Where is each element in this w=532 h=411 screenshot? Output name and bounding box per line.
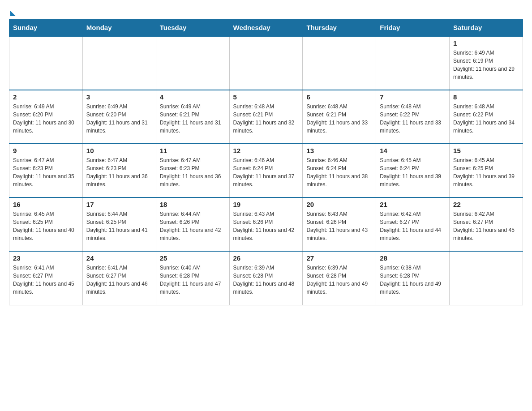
day-info: Sunrise: 6:46 AM Sunset: 6:24 PM Dayligh… xyxy=(306,156,372,188)
calendar-cell: 5Sunrise: 6:48 AM Sunset: 6:21 PM Daylig… xyxy=(229,90,303,144)
calendar-week-row: 9Sunrise: 6:47 AM Sunset: 6:23 PM Daylig… xyxy=(9,144,523,197)
day-info: Sunrise: 6:49 AM Sunset: 6:20 PM Dayligh… xyxy=(86,103,152,135)
calendar-header-row: SundayMondayTuesdayWednesdayThursdayFrid… xyxy=(9,19,523,37)
day-number: 12 xyxy=(233,147,299,154)
day-info: Sunrise: 6:48 AM Sunset: 6:22 PM Dayligh… xyxy=(380,103,446,135)
day-info: Sunrise: 6:48 AM Sunset: 6:22 PM Dayligh… xyxy=(453,103,519,135)
day-info: Sunrise: 6:47 AM Sunset: 6:23 PM Dayligh… xyxy=(160,156,226,188)
day-info: Sunrise: 6:40 AM Sunset: 6:28 PM Dayligh… xyxy=(160,264,226,296)
calendar-cell: 10Sunrise: 6:47 AM Sunset: 6:23 PM Dayli… xyxy=(82,144,156,197)
day-number: 23 xyxy=(13,254,79,262)
calendar-cell xyxy=(303,36,376,90)
calendar-cell: 27Sunrise: 6:39 AM Sunset: 6:28 PM Dayli… xyxy=(303,251,376,305)
day-info: Sunrise: 6:47 AM Sunset: 6:23 PM Dayligh… xyxy=(13,156,79,188)
day-info: Sunrise: 6:42 AM Sunset: 6:27 PM Dayligh… xyxy=(380,210,446,242)
calendar-cell: 4Sunrise: 6:49 AM Sunset: 6:21 PM Daylig… xyxy=(156,90,229,144)
day-number: 26 xyxy=(233,254,299,262)
calendar-cell: 1Sunrise: 6:49 AM Sunset: 6:19 PM Daylig… xyxy=(450,36,523,90)
day-info: Sunrise: 6:45 AM Sunset: 6:24 PM Dayligh… xyxy=(380,156,446,188)
calendar-cell xyxy=(376,36,450,90)
day-number: 25 xyxy=(160,254,226,262)
day-info: Sunrise: 6:43 AM Sunset: 6:26 PM Dayligh… xyxy=(233,210,299,242)
calendar-cell: 2Sunrise: 6:49 AM Sunset: 6:20 PM Daylig… xyxy=(9,90,83,144)
calendar-cell: 6Sunrise: 6:48 AM Sunset: 6:21 PM Daylig… xyxy=(303,90,376,144)
calendar-cell: 18Sunrise: 6:44 AM Sunset: 6:26 PM Dayli… xyxy=(156,197,229,251)
day-info: Sunrise: 6:49 AM Sunset: 6:21 PM Dayligh… xyxy=(160,103,226,135)
calendar-cell: 3Sunrise: 6:49 AM Sunset: 6:20 PM Daylig… xyxy=(82,90,156,144)
day-number: 24 xyxy=(86,254,152,262)
day-number: 27 xyxy=(306,254,372,262)
calendar-cell xyxy=(229,36,303,90)
day-number: 15 xyxy=(453,147,519,154)
day-number: 22 xyxy=(453,201,519,208)
day-number: 20 xyxy=(306,201,372,208)
day-info: Sunrise: 6:48 AM Sunset: 6:21 PM Dayligh… xyxy=(233,103,299,135)
day-of-week-header: Tuesday xyxy=(156,19,229,37)
day-number: 11 xyxy=(160,147,226,154)
calendar-cell: 12Sunrise: 6:46 AM Sunset: 6:24 PM Dayli… xyxy=(229,144,303,197)
calendar-cell: 21Sunrise: 6:42 AM Sunset: 6:27 PM Dayli… xyxy=(376,197,450,251)
calendar-cell: 13Sunrise: 6:46 AM Sunset: 6:24 PM Dayli… xyxy=(303,144,376,197)
logo-general xyxy=(9,9,16,16)
calendar-cell: 8Sunrise: 6:48 AM Sunset: 6:22 PM Daylig… xyxy=(450,90,523,144)
calendar-cell xyxy=(156,36,229,90)
day-of-week-header: Wednesday xyxy=(229,19,303,37)
calendar-cell: 15Sunrise: 6:45 AM Sunset: 6:25 PM Dayli… xyxy=(450,144,523,197)
page-header xyxy=(9,9,523,14)
day-info: Sunrise: 6:48 AM Sunset: 6:21 PM Dayligh… xyxy=(306,103,372,135)
day-info: Sunrise: 6:44 AM Sunset: 6:26 PM Dayligh… xyxy=(160,210,226,242)
logo xyxy=(9,9,16,14)
day-info: Sunrise: 6:39 AM Sunset: 6:28 PM Dayligh… xyxy=(306,264,372,296)
calendar-cell xyxy=(450,251,523,305)
day-number: 8 xyxy=(453,93,519,101)
calendar-cell: 25Sunrise: 6:40 AM Sunset: 6:28 PM Dayli… xyxy=(156,251,229,305)
day-info: Sunrise: 6:45 AM Sunset: 6:25 PM Dayligh… xyxy=(13,210,79,242)
calendar-cell xyxy=(9,36,83,90)
calendar-cell: 24Sunrise: 6:41 AM Sunset: 6:27 PM Dayli… xyxy=(82,251,156,305)
calendar-cell: 16Sunrise: 6:45 AM Sunset: 6:25 PM Dayli… xyxy=(9,197,83,251)
day-info: Sunrise: 6:46 AM Sunset: 6:24 PM Dayligh… xyxy=(233,156,299,188)
day-number: 14 xyxy=(380,147,446,154)
calendar-cell: 9Sunrise: 6:47 AM Sunset: 6:23 PM Daylig… xyxy=(9,144,83,197)
day-number: 2 xyxy=(13,93,79,101)
day-number: 21 xyxy=(380,201,446,208)
day-info: Sunrise: 6:49 AM Sunset: 6:19 PM Dayligh… xyxy=(453,49,519,81)
day-info: Sunrise: 6:49 AM Sunset: 6:20 PM Dayligh… xyxy=(13,103,79,135)
calendar-cell: 19Sunrise: 6:43 AM Sunset: 6:26 PM Dayli… xyxy=(229,197,303,251)
day-of-week-header: Friday xyxy=(376,19,450,37)
day-info: Sunrise: 6:43 AM Sunset: 6:26 PM Dayligh… xyxy=(306,210,372,242)
day-number: 28 xyxy=(380,254,446,262)
day-info: Sunrise: 6:38 AM Sunset: 6:28 PM Dayligh… xyxy=(380,264,446,296)
day-info: Sunrise: 6:47 AM Sunset: 6:23 PM Dayligh… xyxy=(86,156,152,188)
calendar-cell: 7Sunrise: 6:48 AM Sunset: 6:22 PM Daylig… xyxy=(376,90,450,144)
calendar-cell: 14Sunrise: 6:45 AM Sunset: 6:24 PM Dayli… xyxy=(376,144,450,197)
day-number: 13 xyxy=(306,147,372,154)
day-of-week-header: Thursday xyxy=(303,19,376,37)
day-info: Sunrise: 6:41 AM Sunset: 6:27 PM Dayligh… xyxy=(86,264,152,296)
day-number: 6 xyxy=(306,93,372,101)
day-of-week-header: Sunday xyxy=(9,19,83,37)
day-number: 19 xyxy=(233,201,299,208)
calendar-cell: 17Sunrise: 6:44 AM Sunset: 6:25 PM Dayli… xyxy=(82,197,156,251)
calendar-cell: 20Sunrise: 6:43 AM Sunset: 6:26 PM Dayli… xyxy=(303,197,376,251)
calendar-cell: 23Sunrise: 6:41 AM Sunset: 6:27 PM Dayli… xyxy=(9,251,83,305)
day-info: Sunrise: 6:45 AM Sunset: 6:25 PM Dayligh… xyxy=(453,156,519,188)
day-info: Sunrise: 6:41 AM Sunset: 6:27 PM Dayligh… xyxy=(13,264,79,296)
calendar-cell: 26Sunrise: 6:39 AM Sunset: 6:28 PM Dayli… xyxy=(229,251,303,305)
day-number: 3 xyxy=(86,93,152,101)
calendar-week-row: 1Sunrise: 6:49 AM Sunset: 6:19 PM Daylig… xyxy=(9,36,523,90)
calendar-week-row: 2Sunrise: 6:49 AM Sunset: 6:20 PM Daylig… xyxy=(9,90,523,144)
calendar-cell: 22Sunrise: 6:42 AM Sunset: 6:27 PM Dayli… xyxy=(450,197,523,251)
day-info: Sunrise: 6:44 AM Sunset: 6:25 PM Dayligh… xyxy=(86,210,152,242)
day-of-week-header: Monday xyxy=(82,19,156,37)
day-of-week-header: Saturday xyxy=(450,19,523,37)
day-number: 4 xyxy=(160,93,226,101)
calendar-table: SundayMondayTuesdayWednesdayThursdayFrid… xyxy=(9,19,523,305)
calendar-week-row: 16Sunrise: 6:45 AM Sunset: 6:25 PM Dayli… xyxy=(9,197,523,251)
day-number: 5 xyxy=(233,93,299,101)
day-number: 9 xyxy=(13,147,79,154)
day-number: 10 xyxy=(86,147,152,154)
day-number: 18 xyxy=(160,201,226,208)
calendar-cell: 11Sunrise: 6:47 AM Sunset: 6:23 PM Dayli… xyxy=(156,144,229,197)
day-info: Sunrise: 6:39 AM Sunset: 6:28 PM Dayligh… xyxy=(233,264,299,296)
